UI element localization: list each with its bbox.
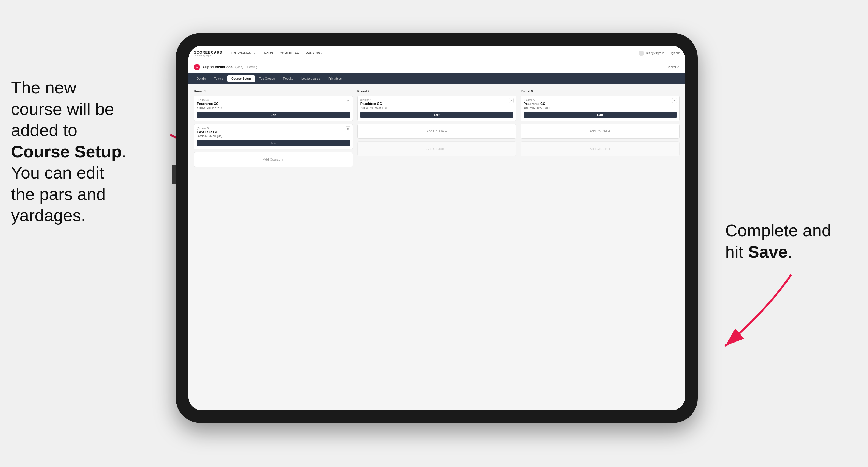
annotation-line2: course will be [11, 99, 114, 118]
main-content: Round 1 ✕ (Course A) Peachtree GC Yellow… [188, 84, 685, 410]
annotation-line5: You can edit [11, 163, 104, 182]
nav-right: blair@clippd.io | Sign out [639, 51, 680, 56]
logo-sub-text: Powered by clippd [194, 54, 222, 56]
round-1-course-b-delete[interactable]: ✕ [346, 126, 350, 131]
tournament-name: Clippd Invitational [203, 65, 234, 69]
cancel-button[interactable]: Cancel ✕ [666, 65, 680, 69]
tablet-shell: SCOREBOARD Powered by clippd TOURNAMENTS… [176, 33, 698, 423]
scoreboard-logo: SCOREBOARD Powered by clippd [194, 50, 222, 56]
tab-details[interactable]: Details [193, 75, 210, 82]
round-2-course-a-details: Yellow (M) (6629 yds) [361, 106, 514, 109]
nav-teams[interactable]: TEAMS [262, 52, 273, 55]
round-3-course-a-details: Yellow (M) (6629 yds) [524, 106, 677, 109]
round-3-add-course-label: Add Course [590, 129, 607, 133]
avatar [639, 51, 644, 56]
round-1-title: Round 1 [194, 90, 353, 93]
sign-out-link[interactable]: Sign out [670, 52, 680, 55]
tournament-gender: (Men) [236, 65, 243, 69]
nav-links: TOURNAMENTS TEAMS COMMITTEE RANKINGS [231, 52, 639, 55]
round-2-course-a-card: ✕ (Course A) Peachtree GC Yellow (M) (66… [358, 96, 517, 121]
round-3-add-course-button[interactable]: Add Course + [521, 124, 680, 139]
round-1-course-a-label: (Course A) [197, 99, 350, 101]
round-2-add-course-disabled-label: Add Course [426, 147, 444, 151]
clippd-logo: C [194, 64, 200, 70]
round-3-add-plus2-icon: + [608, 147, 610, 151]
round-2-add-course-label: Add Course [426, 129, 444, 133]
round-2-column: Round 2 ✕ (Course A) Peachtree GC Yellow… [358, 90, 517, 170]
annotation-right-bold: Save [748, 242, 788, 261]
tab-course-setup[interactable]: Course Setup [227, 75, 255, 82]
cancel-icon: ✕ [677, 65, 680, 69]
round-1-course-b-edit-button[interactable]: Edit [197, 140, 350, 147]
tablet-screen: SCOREBOARD Powered by clippd TOURNAMENTS… [188, 45, 685, 410]
annotation-right-line1: Complete and [725, 221, 831, 240]
round-3-course-a-edit-button[interactable]: Edit [524, 112, 677, 118]
round-2-course-a-name: Peachtree GC [361, 102, 514, 106]
round-2-add-course-button[interactable]: Add Course + [358, 124, 517, 139]
round-2-title: Round 2 [358, 90, 517, 93]
sub-header: C Clippd Invitational (Men) Hosting Canc… [188, 61, 685, 73]
pipe-divider: | [666, 52, 668, 55]
logo-main-text: SCOREBOARD [194, 50, 222, 54]
round-2-course-a-label: (Course A) [361, 99, 514, 101]
round-1-course-b-name: East Lake GC [197, 130, 350, 134]
annotation-left: The new course will be added to Course S… [11, 77, 170, 226]
tab-bar: Details Teams Course Setup Tee Groups Re… [188, 73, 685, 84]
round-1-course-a-details: Yellow (M) (6629 yds) [197, 106, 350, 109]
nav-tournaments[interactable]: TOURNAMENTS [231, 52, 255, 55]
tab-printables[interactable]: Printables [324, 75, 346, 82]
rounds-container: Round 1 ✕ (Course A) Peachtree GC Yellow… [194, 90, 680, 170]
round-1-add-course-label: Add Course [263, 158, 280, 161]
round-1-course-a-delete[interactable]: ✕ [346, 98, 350, 103]
cancel-text: Cancel [666, 65, 676, 69]
round-1-course-a-edit-button[interactable]: Edit [197, 112, 350, 118]
tab-teams[interactable]: Teams [210, 75, 227, 82]
round-2-add-plus-icon: + [445, 129, 447, 133]
round-3-add-course-disabled-label: Add Course [590, 147, 607, 151]
round-1-column: Round 1 ✕ (Course A) Peachtree GC Yellow… [194, 90, 353, 170]
tab-results[interactable]: Results [279, 75, 297, 82]
tab-tee-groups[interactable]: Tee Groups [255, 75, 279, 82]
round-3-course-a-card: ✕ (Course A) Peachtree GC Yellow (M) (66… [521, 96, 680, 121]
round-3-course-a-delete[interactable]: ✕ [672, 98, 677, 103]
tab-leaderboards[interactable]: Leaderboards [298, 75, 324, 82]
round-3-add-plus-icon: + [608, 129, 610, 133]
annotation-line1: The new [11, 78, 76, 97]
tournament-status: Hosting [247, 65, 257, 69]
round-1-add-course-button[interactable]: Add Course + [194, 152, 353, 167]
tablet-side-button [172, 165, 176, 184]
round-1-course-b-card: ✕ (Course B) East Lake GC Black (M) (689… [194, 124, 353, 150]
round-3-add-course-disabled-button: Add Course + [521, 142, 680, 156]
user-email: blair@clippd.io [646, 52, 664, 55]
arrow-right [703, 258, 808, 363]
round-2-course-a-delete[interactable]: ✕ [509, 98, 514, 103]
round-1-course-b-details: Black (M) (6891 yds) [197, 134, 350, 137]
round-3-course-a-name: Peachtree GC [524, 102, 677, 106]
round-2-add-course-disabled-button: Add Course + [358, 142, 517, 156]
annotation-right: Complete and hit Save. [725, 220, 851, 262]
annotation-line3: added to [11, 121, 77, 139]
annotation-bold: Course Setup [11, 142, 122, 161]
round-1-course-b-label: (Course B) [197, 127, 350, 130]
annotation-line6: the pars and [11, 185, 106, 204]
round-3-title: Round 3 [521, 90, 680, 93]
round-1-add-plus-icon: + [282, 157, 284, 162]
nav-rankings[interactable]: RANKINGS [306, 52, 322, 55]
annotation-line7: yardages. [11, 206, 86, 225]
round-1-course-a-card: ✕ (Course A) Peachtree GC Yellow (M) (66… [194, 96, 353, 121]
annotation-right-line2: hit [725, 242, 748, 261]
round-3-column: Round 3 ✕ (Course A) Peachtree GC Yellow… [521, 90, 680, 170]
round-2-course-a-edit-button[interactable]: Edit [361, 112, 514, 118]
nav-committee[interactable]: COMMITTEE [280, 52, 300, 55]
round-3-course-a-label: (Course A) [524, 99, 677, 101]
top-nav: SCOREBOARD Powered by clippd TOURNAMENTS… [188, 45, 685, 61]
round-2-add-plus2-icon: + [445, 147, 447, 151]
round-1-course-a-name: Peachtree GC [197, 102, 350, 106]
